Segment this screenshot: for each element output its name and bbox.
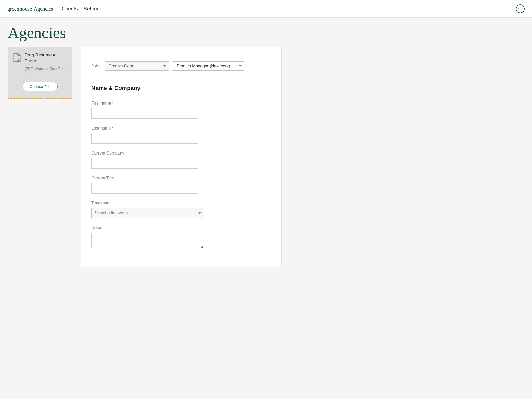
resume-drop-zone[interactable]: Drag Resume to Parse (PDF, Word, or Rich… <box>8 47 72 99</box>
chevron-down-icon <box>239 65 242 67</box>
header: greenhouse Agencies Clients Settings RP <box>0 0 532 18</box>
top-nav: Clients Settings <box>62 6 102 12</box>
avatar[interactable]: RP <box>516 4 525 13</box>
chevron-down-icon <box>198 212 201 214</box>
field-current-title: Current Title <box>91 176 271 194</box>
first-name-label: First name * <box>91 101 271 106</box>
job-label: Job * <box>91 64 101 68</box>
notes-input[interactable] <box>91 233 204 248</box>
content: Drag Resume to Parse (PDF, Word, or Rich… <box>0 47 532 278</box>
timezone-select[interactable]: Select a timezone <box>91 208 204 218</box>
choose-file-button[interactable]: Choose File <box>23 82 58 91</box>
position-select[interactable]: Product Manager (New York) <box>173 61 244 71</box>
notes-label: Notes <box>91 225 271 230</box>
logo-text: greenhouse <box>7 5 32 12</box>
logo[interactable]: greenhouse Agencies <box>7 5 53 12</box>
drop-zone-subtitle: (PDF, Word, or Rich Text), or <box>24 66 67 76</box>
nav-settings[interactable]: Settings <box>84 6 102 12</box>
field-notes: Notes <box>91 225 271 249</box>
field-first-name: First name * <box>91 101 271 119</box>
field-timezone: Timezone Select a timezone <box>91 201 271 218</box>
avatar-initials: RP <box>518 7 523 11</box>
current-title-input[interactable] <box>91 183 198 194</box>
company-select[interactable]: Omniva-Corp <box>105 61 169 71</box>
page-title: Agencies <box>0 18 532 47</box>
first-name-input[interactable] <box>91 108 198 119</box>
field-last-name: Last name * <box>91 126 271 144</box>
nav-clients[interactable]: Clients <box>62 6 78 12</box>
field-current-company: Current Company <box>91 151 271 169</box>
form-card: Job * Omniva-Corp Product Manager (New Y… <box>81 47 282 267</box>
job-row: Job * Omniva-Corp Product Manager (New Y… <box>91 61 271 71</box>
last-name-input[interactable] <box>91 133 198 144</box>
current-company-input[interactable] <box>91 158 198 169</box>
chevron-down-icon <box>163 65 166 67</box>
current-title-label: Current Title <box>91 176 271 181</box>
timezone-label: Timezone <box>91 201 271 205</box>
last-name-label: Last name * <box>91 126 271 131</box>
section-heading-name-company: Name & Company <box>91 85 271 92</box>
drop-zone-title: Drag Resume to Parse <box>24 52 67 64</box>
current-company-label: Current Company <box>91 151 271 156</box>
file-add-icon <box>13 53 21 63</box>
logo-subtext: Agencies <box>34 6 53 12</box>
